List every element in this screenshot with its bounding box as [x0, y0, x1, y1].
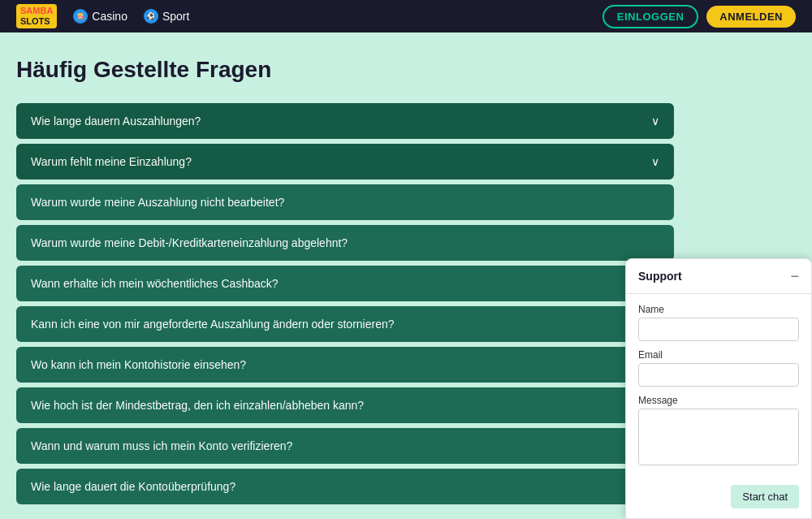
page-title: Häufig Gestellte Fragen	[16, 57, 674, 83]
faq-item-10[interactable]: Wie lange dauert die Kontoüberprüfung?	[16, 469, 674, 504]
sport-icon: ⚽	[144, 9, 158, 24]
faq-list: Wie lange dauern Auszahlungen?∨Warum feh…	[16, 103, 674, 504]
support-header: Support −	[626, 259, 811, 294]
faq-question-6: Kann ich eine von mir angeforderte Ausza…	[31, 318, 395, 331]
login-button[interactable]: EINLOGGEN	[603, 5, 699, 28]
faq-question-9: Wann und warum muss ich mein Konto verif…	[31, 439, 292, 452]
faq-item-2[interactable]: Warum fehlt meine Einzahlung?∨	[16, 144, 674, 179]
support-body: Name Email Message	[626, 294, 811, 478]
faq-chevron-1: ∨	[651, 115, 659, 128]
support-email-input[interactable]	[638, 363, 799, 387]
support-message-input[interactable]	[638, 409, 799, 465]
header-left: SAMBA SLOTS 🎰 Casino ⚽ Sport	[16, 4, 603, 28]
faq-question-2: Warum fehlt meine Einzahlung?	[31, 155, 192, 168]
support-message-label: Message	[638, 395, 799, 406]
support-footer: Start chat	[626, 478, 811, 518]
faq-item-7[interactable]: Wo kann ich mein Kontohistorie einsehen?	[16, 347, 674, 383]
faq-item-4[interactable]: Warum wurde meine Debit-/Kreditkartenein…	[16, 225, 674, 261]
faq-item-5[interactable]: Wann erhalte ich mein wöchentliches Cash…	[16, 266, 674, 301]
faq-item-8[interactable]: Wie hoch ist der Mindestbetrag, den ich …	[16, 387, 674, 423]
support-name-label: Name	[638, 304, 799, 315]
faq-chevron-2: ∨	[651, 155, 659, 168]
nav-casino[interactable]: 🎰 Casino	[73, 9, 127, 24]
faq-item-3[interactable]: Warum wurde meine Auszahlung nicht bearb…	[16, 184, 674, 220]
logo-bottom: SLOTS	[20, 16, 53, 27]
faq-question-3: Warum wurde meine Auszahlung nicht bearb…	[31, 196, 284, 209]
main-content: Häufig Gestellte Fragen Wie lange dauern…	[0, 32, 690, 519]
faq-item-6[interactable]: Kann ich eine von mir angeforderte Ausza…	[16, 306, 674, 342]
header: SAMBA SLOTS 🎰 Casino ⚽ Sport EINLOGGEN A…	[0, 0, 812, 32]
nav-sport-label: Sport	[162, 10, 189, 23]
support-widget: Support − Name Email Message Start chat	[625, 258, 812, 519]
support-message-field: Message	[638, 395, 799, 469]
header-right: EINLOGGEN ANMELDEN	[603, 5, 796, 28]
support-name-field: Name	[638, 304, 799, 341]
faq-question-4: Warum wurde meine Debit-/Kreditkartenein…	[31, 236, 348, 249]
support-name-input[interactable]	[638, 318, 799, 341]
logo[interactable]: SAMBA SLOTS	[16, 4, 57, 28]
faq-question-10: Wie lange dauert die Kontoüberprüfung?	[31, 480, 235, 493]
support-title: Support	[638, 270, 682, 283]
faq-item-1[interactable]: Wie lange dauern Auszahlungen?∨	[16, 103, 674, 139]
minimize-button[interactable]: −	[790, 269, 799, 283]
faq-question-5: Wann erhalte ich mein wöchentliches Cash…	[31, 277, 279, 290]
faq-item-9[interactable]: Wann und warum muss ich mein Konto verif…	[16, 428, 674, 464]
support-email-label: Email	[638, 349, 799, 361]
logo-top: SAMBA	[20, 6, 53, 16]
faq-question-7: Wo kann ich mein Kontohistorie einsehen?	[31, 358, 246, 371]
logo-box: SAMBA SLOTS	[16, 4, 57, 28]
nav-casino-label: Casino	[92, 10, 127, 23]
start-chat-button[interactable]: Start chat	[731, 485, 799, 508]
nav-sport[interactable]: ⚽ Sport	[144, 9, 189, 24]
support-email-field: Email	[638, 349, 799, 387]
register-button[interactable]: ANMELDEN	[706, 6, 796, 28]
faq-question-8: Wie hoch ist der Mindestbetrag, den ich …	[31, 399, 364, 412]
faq-question-1: Wie lange dauern Auszahlungen?	[31, 115, 201, 128]
casino-icon: 🎰	[73, 9, 88, 24]
